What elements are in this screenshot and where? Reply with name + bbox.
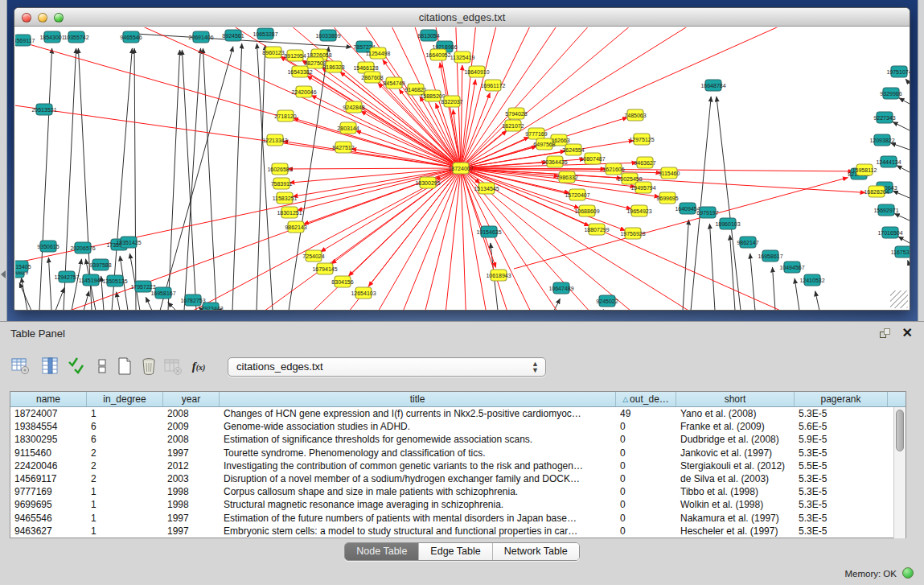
edge[interactable] <box>898 237 910 243</box>
citation-edge[interactable] <box>15 168 461 310</box>
network-node[interactable]: 12942757 <box>54 271 79 282</box>
edge[interactable] <box>168 303 176 310</box>
tab-node-table[interactable]: Node Table <box>345 543 419 560</box>
network-node[interactable]: 3915405 <box>15 261 31 272</box>
close-panel-icon[interactable]: ✕ <box>902 325 913 341</box>
edge[interactable] <box>48 257 51 310</box>
row-height-icon[interactable] <box>90 354 114 378</box>
network-node[interactable]: 6979197 <box>696 207 718 218</box>
citation-edge[interactable] <box>461 168 910 310</box>
network-node[interactable]: 18543001 <box>39 31 64 43</box>
edge[interactable] <box>891 143 910 150</box>
network-node[interactable]: 3624554 <box>562 144 584 155</box>
citation-edge[interactable] <box>383 60 461 168</box>
citation-edge[interactable] <box>461 27 910 168</box>
edge[interactable] <box>906 79 910 84</box>
table-row[interactable]: 1938455462009Genome-wide association stu… <box>10 420 906 433</box>
network-node[interactable]: 11325419 <box>450 51 475 63</box>
vertical-scrollbar[interactable] <box>893 407 906 538</box>
edge[interactable] <box>893 191 910 198</box>
network-node[interactable]: 2867608 <box>361 72 383 83</box>
network-node[interactable]: 20513521 <box>31 104 56 115</box>
edge[interactable] <box>894 213 910 220</box>
edge[interactable] <box>64 48 76 310</box>
network-node[interactable]: 9699695 <box>656 192 678 204</box>
edge[interactable] <box>908 261 910 266</box>
network-node[interactable]: 16033809 <box>315 30 340 41</box>
network-node[interactable]: 8912954 <box>284 50 306 61</box>
network-node[interactable]: 9465546 <box>120 31 142 43</box>
network-node[interactable]: 11583251 <box>273 192 298 204</box>
citation-edge[interactable] <box>335 168 461 310</box>
network-node[interactable]: 8427512 <box>332 142 354 153</box>
network-node[interactable]: 15720407 <box>565 189 589 200</box>
edge[interactable] <box>78 48 92 310</box>
edge[interactable] <box>39 48 52 310</box>
network-node[interactable]: 16648784 <box>700 80 725 91</box>
network-node[interactable]: 2803144 <box>337 122 359 134</box>
network-node[interactable]: 12410532 <box>799 274 824 286</box>
citation-edge[interactable] <box>514 178 848 269</box>
network-node[interactable]: 7986332 <box>556 171 577 183</box>
network-node[interactable]: 19654923 <box>626 205 651 216</box>
column-header-out_degree[interactable]: △out_de… <box>616 392 676 406</box>
network-node[interactable]: 9777169 <box>525 128 547 139</box>
citation-edge[interactable] <box>294 118 461 168</box>
table-body[interactable]: 1872400712008Changes of HCN gene express… <box>10 407 906 538</box>
network-node[interactable]: 9242848 <box>343 101 364 113</box>
network-node[interactable]: 8186328 <box>322 61 344 72</box>
network-node[interactable]: 12975125 <box>629 134 654 145</box>
network-node[interactable]: 9245022 <box>596 295 618 307</box>
network-node[interactable]: 20691406 <box>188 31 213 43</box>
column-header-year[interactable]: year <box>163 392 220 406</box>
network-node[interactable]: 10355742 <box>64 31 88 43</box>
network-node[interactable]: 8960123 <box>262 47 284 58</box>
network-node[interactable]: 8304156 <box>331 276 353 287</box>
edge[interactable] <box>815 291 819 310</box>
network-node[interactable]: 6497568 <box>533 138 555 150</box>
table-row[interactable]: 1830029562008Estimation of significance … <box>10 433 906 446</box>
network-canvas[interactable]: 1035574220691406160338097857224192189868… <box>15 27 910 310</box>
network-node[interactable]: 16026583 <box>267 163 292 175</box>
network-node[interactable]: 10647489 <box>548 282 573 294</box>
edge[interactable] <box>117 292 120 310</box>
network-node[interactable]: 8924561 <box>222 30 244 41</box>
network-node[interactable]: 10807487 <box>580 153 605 164</box>
edge[interactable] <box>72 259 81 310</box>
select-all-icon[interactable] <box>64 354 88 378</box>
citation-edge[interactable] <box>461 168 904 310</box>
citation-edge[interactable] <box>303 168 461 225</box>
citation-edge[interactable] <box>368 168 461 286</box>
network-node[interactable]: 2718120 <box>274 110 296 122</box>
network-node[interactable]: 12213343 <box>262 134 287 146</box>
float-panel-icon[interactable] <box>879 328 892 340</box>
network-node[interactable]: 17016504 <box>877 227 902 238</box>
tab-edge-table[interactable]: Edge Table <box>419 543 492 560</box>
column-header-pagerank[interactable]: pagerank <box>795 392 888 406</box>
column-visibility-icon[interactable] <box>38 354 62 378</box>
network-node[interactable]: 9463627 <box>634 157 655 168</box>
network-node[interactable]: 8813054 <box>417 30 439 41</box>
table-mode-icon[interactable] <box>8 354 32 378</box>
table-row[interactable]: 911546021997Tourette syndrome. Phenomeno… <box>10 447 906 459</box>
citation-edge[interactable] <box>298 168 461 210</box>
function-builder-icon[interactable]: f(x) <box>187 354 211 378</box>
edge[interactable] <box>55 287 64 310</box>
column-header-name[interactable]: name <box>10 392 87 406</box>
edge[interactable] <box>717 97 741 310</box>
left-splitter-gutter[interactable] <box>0 0 7 321</box>
network-node[interactable]: 16794145 <box>312 263 337 274</box>
edge[interactable] <box>184 48 200 310</box>
edge[interactable] <box>709 224 715 310</box>
column-header-in_degree[interactable]: in_degree <box>87 392 163 406</box>
edge[interactable] <box>773 267 775 310</box>
right-splitter-gutter[interactable] <box>918 0 924 321</box>
edge[interactable] <box>203 48 216 310</box>
network-node[interactable]: 9862143 <box>285 221 306 233</box>
table-selector[interactable]: citations_edges.txt ▲▼ <box>228 357 546 377</box>
network-node[interactable]: 19756928 <box>620 228 645 239</box>
network-node[interactable]: 9350615 <box>37 241 59 252</box>
delete-column-icon[interactable] <box>137 354 161 378</box>
table-row[interactable]: 1872400712008Changes of HCN gene express… <box>10 407 906 420</box>
edge[interactable] <box>146 297 152 310</box>
